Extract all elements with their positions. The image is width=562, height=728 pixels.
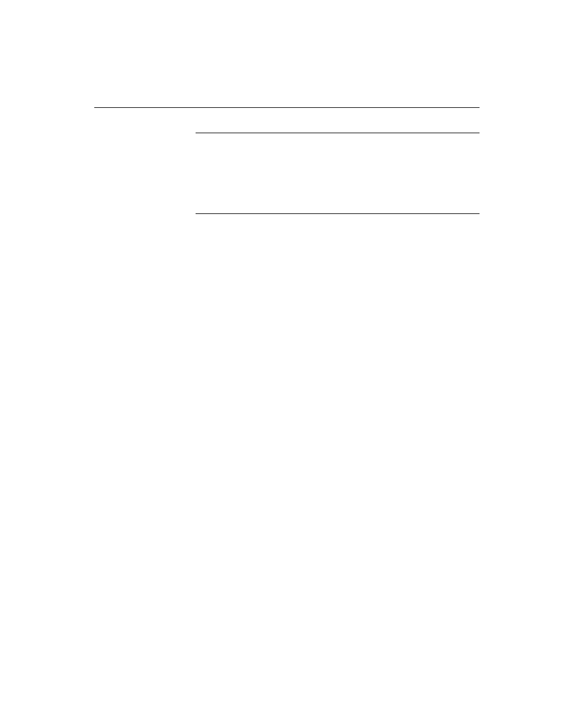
horizontal-rule bbox=[196, 133, 480, 133]
horizontal-rule bbox=[94, 107, 480, 108]
horizontal-rule bbox=[196, 213, 480, 214]
